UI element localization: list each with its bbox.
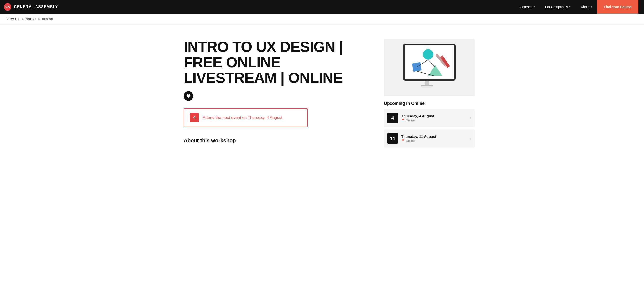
event-banner-text: Attend the next event on Thursday, 4 Aug… (203, 115, 284, 120)
svg-rect-13 (421, 85, 433, 86)
event-card-info-2: Thursday, 11 August 📍 Online (401, 134, 466, 143)
event-date-badge-2: 11 (387, 133, 398, 144)
navbar: CA GENERAL ASSEMBLY Courses ▾ For Compan… (0, 0, 644, 14)
nav-courses[interactable]: Courses ▾ (514, 0, 540, 14)
navbar-left: CA GENERAL ASSEMBLY (4, 3, 58, 11)
event-banner[interactable]: 4 Attend the next event on Thursday, 4 A… (184, 108, 308, 127)
upcoming-event-1[interactable]: 4 Thursday, 4 August 📍 Online › (384, 109, 475, 127)
breadcrumb-view-all[interactable]: VIEW ALL (7, 18, 20, 21)
event-location-1: 📍 Online (401, 118, 466, 122)
main-content: INTRO TO UX DESIGN | FREE ONLINE LIVESTR… (155, 25, 489, 159)
right-column:  Upcoming in Online 4 Thursday, 4 Augus… (384, 39, 475, 150)
breadcrumb-sep-2: ▶ (38, 18, 40, 21)
event-card-info-1: Thursday, 4 August 📍 Online (401, 114, 466, 122)
ux-design-illustration:  (384, 39, 475, 96)
nav-for-companies[interactable]: For Companies ▾ (540, 0, 576, 14)
breadcrumb: VIEW ALL ▶ ONLINE ▶ DESIGN (0, 14, 644, 25)
nav-about[interactable]: About ▾ (576, 0, 597, 14)
event-date-label-2: Thursday, 11 August (401, 134, 466, 138)
breadcrumb-design: DESIGN (42, 18, 53, 21)
chevron-down-icon: ▾ (591, 6, 592, 8)
upcoming-event-2[interactable]: 11 Thursday, 11 August 📍 Online › (384, 129, 475, 148)
wishlist-button[interactable] (184, 91, 193, 101)
find-course-button[interactable]: Find Your Course (597, 0, 638, 14)
svg-point-2 (423, 49, 434, 60)
breadcrumb-sep-1: ▶ (22, 18, 24, 21)
navbar-right: Courses ▾ For Companies ▾ About ▾ Find Y… (514, 0, 638, 14)
chevron-down-icon: ▾ (569, 6, 570, 8)
left-column: INTRO TO UX DESIGN | FREE ONLINE LIVESTR… (184, 39, 370, 150)
svg-rect-12 (425, 81, 429, 86)
about-section-title: About this workshop (184, 138, 370, 144)
location-icon-2: 📍 (401, 139, 405, 143)
event-date-badge-1: 4 (387, 113, 398, 123)
heart-icon (186, 94, 191, 98)
event-location-2: 📍 Online (401, 139, 466, 143)
brand-name: GENERAL ASSEMBLY (14, 5, 58, 9)
location-icon-1: 📍 (401, 119, 405, 122)
chevron-right-icon-2: › (470, 136, 471, 141)
course-image:  (384, 39, 475, 96)
breadcrumb-online[interactable]: ONLINE (26, 18, 36, 21)
calendar-icon: 4 (190, 113, 199, 122)
chevron-right-icon-1: › (470, 116, 471, 121)
ga-logo: CA (4, 3, 12, 11)
event-date-label-1: Thursday, 4 August (401, 114, 466, 118)
svg-text::  (428, 76, 429, 79)
course-title: INTRO TO UX DESIGN | FREE ONLINE LIVESTR… (184, 39, 370, 86)
upcoming-section-title: Upcoming in Online (384, 101, 475, 106)
chevron-down-icon: ▾ (534, 6, 535, 8)
